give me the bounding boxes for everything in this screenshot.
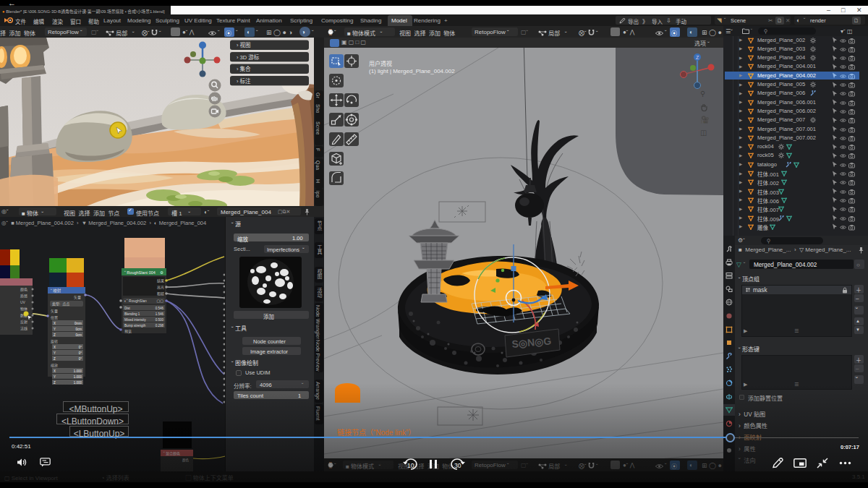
svg-text:0mm: 0mm (75, 322, 82, 325)
svg-text:1.000: 1.000 (74, 369, 82, 373)
svg-text:结果: 结果 (157, 278, 164, 283)
svg-text:30: 30 (454, 462, 461, 469)
svg-text:› 集合: › 集合 (237, 65, 251, 72)
svg-text:Y: Y (54, 351, 56, 355)
svg-text:Z: Z (696, 55, 699, 60)
svg-text:颜色: 颜色 (182, 458, 189, 463)
svg-text:X: X (54, 346, 56, 349)
svg-text:位置: 位置 (51, 315, 58, 320)
svg-text:0°: 0° (79, 346, 82, 349)
svg-text:0.546: 0.546 (156, 307, 164, 310)
svg-text:◐˘ RoughSlan: ◐˘ RoughSlan (124, 299, 147, 303)
svg-text:预览: 预览 (124, 329, 132, 334)
svg-text:Z: Z (54, 357, 56, 361)
svg-text:› 3D 游标: › 3D 游标 (237, 53, 260, 61)
svg-text:质感: 质感 (20, 294, 27, 299)
svg-text:0°: 0° (79, 351, 82, 355)
svg-text:Mixed intensity: Mixed intensity (124, 318, 147, 322)
svg-text:类型: 点点: 类型: 点点 (52, 301, 69, 307)
svg-text:› 视图: › 视图 (237, 41, 251, 48)
svg-text:Y: Y (54, 375, 56, 379)
svg-text:反射: 反射 (20, 320, 27, 325)
svg-text:法线: 法线 (20, 326, 27, 331)
svg-text:Z: Z (54, 381, 56, 385)
svg-text:粗糙: 粗糙 (157, 291, 164, 296)
svg-text:Bump strength: Bump strength (124, 324, 146, 328)
svg-text:X: X (54, 369, 56, 373)
svg-text:颜色: 颜色 (20, 287, 27, 292)
svg-text:旋转: 旋转 (51, 339, 58, 344)
svg-text:Dist: Dist (124, 307, 130, 310)
svg-text:› 标注: › 标注 (237, 77, 251, 85)
svg-text:X: X (54, 322, 56, 325)
svg-text:0°: 0° (79, 357, 82, 361)
svg-text:˘ 映射: ˘ 映射 (50, 288, 61, 294)
svg-text:矢量: 矢量 (51, 309, 58, 314)
svg-text:Z: Z (54, 333, 56, 337)
svg-text:UV: UV (20, 300, 26, 304)
svg-text:矢量: 矢量 (74, 295, 81, 300)
svg-text:缩放: 缩放 (51, 363, 58, 368)
svg-text:Blending 1: Blending 1 (124, 312, 140, 316)
svg-text:⚙: ⚙ (160, 270, 163, 275)
svg-text:Y: Y (54, 328, 56, 331)
svg-text:1.000: 1.000 (74, 375, 82, 379)
svg-text:0.500: 0.500 (156, 318, 164, 322)
svg-text:1.546: 1.546 (156, 312, 164, 316)
svg-text:▢▢: ▢▢ (157, 299, 164, 303)
svg-text:˘ 混合颜色: ˘ 混合颜色 (163, 451, 180, 456)
svg-text:物体: 物体 (20, 307, 27, 312)
svg-text:0.298: 0.298 (156, 324, 164, 328)
svg-text:0cm: 0cm (75, 328, 82, 331)
svg-text:高光: 高光 (157, 285, 164, 290)
svg-text:˘ RoughSlant 004: ˘ RoughSlant 004 (124, 270, 156, 275)
svg-text:0cm: 0cm (75, 333, 82, 337)
svg-text:1.000: 1.000 (74, 381, 82, 385)
svg-text:10: 10 (407, 462, 414, 469)
